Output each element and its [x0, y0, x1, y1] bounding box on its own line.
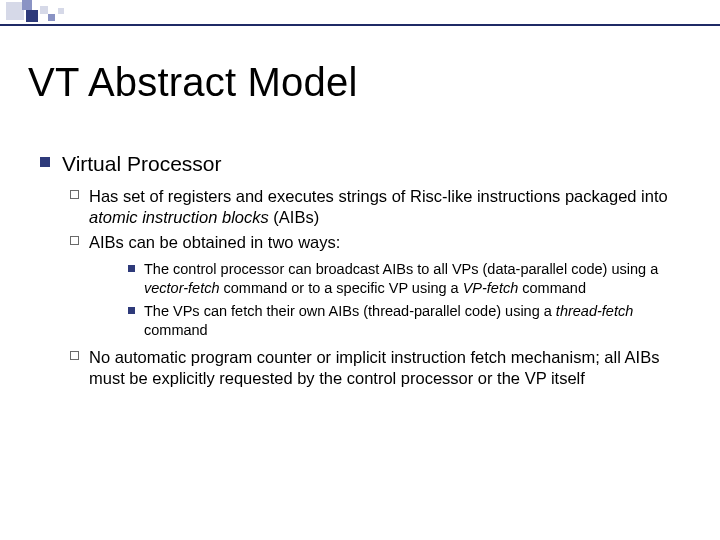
header-decoration	[0, 0, 720, 28]
level2-text: Has set of registers and executes string…	[89, 186, 690, 230]
text-run: Has set of registers and executes string…	[89, 187, 668, 205]
italic-term: thread-fetch	[556, 303, 633, 319]
text-run: command	[518, 280, 586, 296]
bullet-hollow-icon	[70, 351, 79, 360]
bullet-square-small-icon	[128, 307, 135, 314]
text-run: (AIBs)	[269, 208, 319, 226]
bullet-hollow-icon	[70, 236, 79, 245]
level1-text: Virtual Processor	[62, 150, 222, 178]
text-run: The control processor can broadcast AIBs…	[144, 261, 658, 277]
bullet-square-icon	[40, 157, 50, 167]
italic-term: VP-fetch	[463, 280, 519, 296]
text-run: command or to a specific VP using a	[220, 280, 463, 296]
level3-text: The VPs can fetch their own AIBs (thread…	[144, 302, 690, 340]
level3-text: The control processor can broadcast AIBs…	[144, 260, 690, 298]
slide-body: Virtual Processor Has set of registers a…	[40, 150, 690, 400]
italic-term: atomic instruction blocks	[89, 208, 269, 226]
italic-term: vector-fetch	[144, 280, 220, 296]
bullet-hollow-icon	[70, 190, 79, 199]
level2-text: AIBs can be obtained in two ways:	[89, 232, 340, 254]
bullet-square-small-icon	[128, 265, 135, 272]
text-run: The VPs can fetch their own AIBs (thread…	[144, 303, 556, 319]
level2-text: No automatic program counter or implicit…	[89, 347, 690, 391]
text-run: command	[144, 322, 208, 338]
slide-title: VT Abstract Model	[28, 60, 357, 105]
